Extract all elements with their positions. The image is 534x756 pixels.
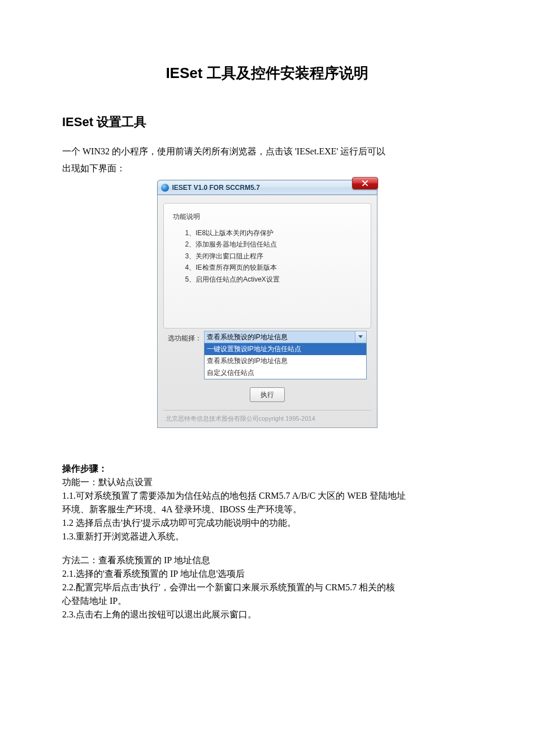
app-icon bbox=[161, 184, 169, 192]
feature-groupbox: 功能说明 1、IE8以上版本关闭内存保护 2、添加服务器地址到信任站点 3、关闭… bbox=[163, 203, 371, 329]
step-text: 2.3.点击右上角的退出按钮可以退出此展示窗口。 bbox=[62, 608, 472, 621]
step-text: 心登陆地址 IP。 bbox=[62, 594, 472, 608]
function-select-dropdown: 一键设置预设IP地址为信任站点 查看系统预设的IP地址信息 自定义信任站点 bbox=[204, 343, 367, 379]
function-select-label: 选功能择： bbox=[168, 331, 199, 343]
feature-item: 5、启用信任站点的ActiveX设置 bbox=[185, 274, 362, 285]
feature-group-title: 功能说明 bbox=[173, 211, 362, 222]
app-copyright: 北京思特奇信息技术股份有限公司copyright 1995-2014 bbox=[163, 410, 371, 425]
section-heading: IESet 设置工具 bbox=[62, 113, 472, 131]
close-icon bbox=[362, 180, 368, 186]
window-titlebar: IESET V1.0 FOR SCCRM5.7 bbox=[157, 180, 377, 195]
execute-button[interactable]: 执行 bbox=[250, 387, 285, 402]
step-text: 环境、新客服生产环境、4A 登录环境、IBOSS 生产环境等。 bbox=[62, 503, 472, 516]
function-select-option[interactable]: 一键设置预设IP地址为信任站点 bbox=[205, 343, 366, 355]
function-select-option[interactable]: 自定义信任站点 bbox=[205, 367, 366, 379]
feature-item: 2、添加服务器地址到信任站点 bbox=[185, 239, 362, 250]
feature-item: 1、IE8以上版本关闭内存保护 bbox=[185, 227, 362, 239]
steps-heading: 操作步骤： bbox=[62, 462, 472, 476]
step-text: 1.1.可对系统预置了需要添加为信任站点的地包括 CRM5.7 A/B/C 大区… bbox=[62, 489, 472, 503]
window-close-button[interactable] bbox=[352, 177, 378, 189]
method-title: 方法二：查看系统预置的 IP 地址信息 bbox=[62, 554, 472, 567]
chevron-down-icon bbox=[358, 335, 363, 339]
step-text: 2.1.选择的'查看系统预置的 IP 地址信息'选项后 bbox=[62, 567, 472, 581]
step-text: 1.3.重新打开浏览器进入系统。 bbox=[62, 530, 472, 543]
function-select-option[interactable]: 查看系统预设的IP地址信息 bbox=[205, 355, 366, 367]
page-title: IESet 工具及控件安装程序说明 bbox=[62, 62, 472, 84]
window-title: IESET V1.0 FOR SCCRM5.7 bbox=[172, 183, 260, 193]
function-select[interactable]: 查看系统预设的IP地址信息 一键设置预设IP地址为信任站点 查看系统预设的IP地… bbox=[204, 331, 367, 379]
feature-item: 4、IE检查所存网页的较新版本 bbox=[185, 262, 362, 273]
function-select-value: 查看系统预设的IP地址信息 bbox=[205, 331, 355, 343]
step-text: 1.2 选择后点击'执行'提示成功即可完成功能说明中的功能。 bbox=[62, 516, 472, 530]
method-title: 功能一：默认站点设置 bbox=[62, 476, 472, 489]
dropdown-arrow-button[interactable] bbox=[355, 331, 366, 343]
feature-item: 3、关闭弹出窗口阻止程序 bbox=[185, 250, 362, 262]
intro-text-line: 出现如下界面： bbox=[62, 162, 472, 175]
step-text: 2.2.配置完毕后点击'执行'，会弹出一个新窗口来展示系统预置的与 CRM5.7… bbox=[62, 581, 472, 594]
ieset-window: IESET V1.0 FOR SCCRM5.7 功能说明 1、IE8以上版本关闭… bbox=[157, 180, 377, 428]
intro-text-line: 一个 WIN32 的小程序，使用前请关闭所有浏览器，点击该 'IESet.EXE… bbox=[62, 145, 472, 158]
